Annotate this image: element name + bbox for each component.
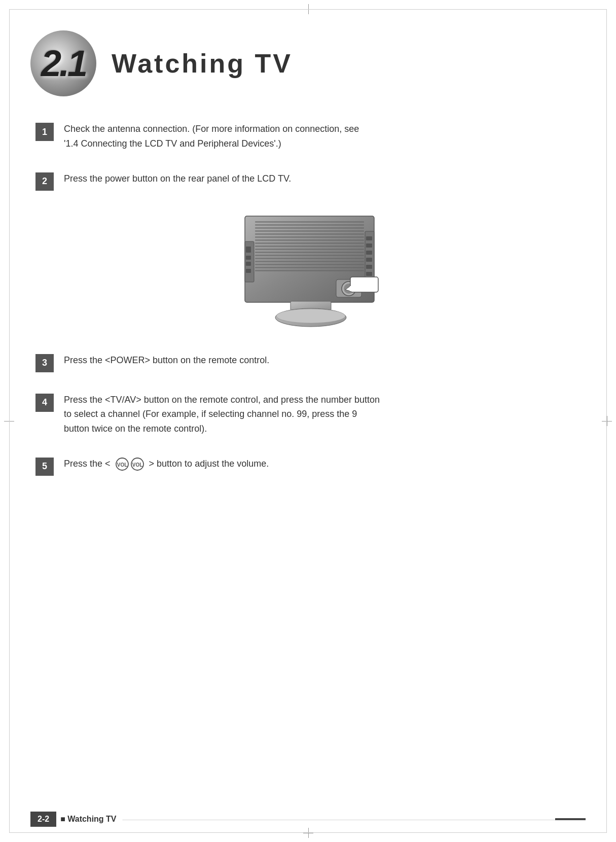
svg-rect-3 (255, 227, 364, 229)
step-2: 2 Press the power button on the rear pan… (35, 171, 586, 191)
footer: 2-2 ■ Watching TV (30, 812, 586, 827)
step-badge-3: 3 (35, 354, 54, 372)
svg-rect-22 (246, 269, 251, 273)
svg-rect-1 (255, 221, 364, 223)
footer-dots (123, 820, 555, 820)
volume-icons: VOL VOL (115, 457, 144, 471)
chapter-title: Watching TV (112, 48, 293, 79)
vol-down-icon: VOL (115, 457, 129, 471)
steps-container: 1 Check the antenna connection. (For mor… (30, 122, 586, 476)
svg-rect-16 (255, 267, 364, 268)
tv-illustration (230, 211, 392, 333)
step-badge-5: 5 (35, 458, 54, 476)
step-4: 4 Press the <TV/AV> button on the remote… (35, 393, 586, 436)
chapter-number: 2.1 (41, 43, 86, 84)
svg-rect-5 (255, 233, 364, 235)
svg-rect-12 (255, 255, 364, 256)
content-area: 2.1 Watching TV 1 Check the antenna conn… (30, 20, 586, 812)
step-1: 1 Check the antenna connection. (For mor… (35, 122, 586, 151)
step-text-4: Press the <TV/AV> button on the remote c… (64, 393, 586, 436)
svg-rect-33 (350, 277, 378, 292)
svg-rect-4 (255, 230, 364, 232)
footer-line (555, 818, 586, 820)
svg-rect-20 (246, 256, 251, 260)
svg-point-38 (276, 309, 345, 323)
step-3: 3 Press the <POWER> button on the remote… (35, 353, 586, 372)
header-section: 2.1 Watching TV (30, 20, 586, 96)
footer-text: ■ Watching TV (60, 815, 116, 824)
step-text-5: Press the < VOL VOL > button to adjust t… (64, 457, 586, 471)
step-text-2: Press the power button on the rear panel… (64, 171, 586, 186)
step-5: 5 Press the < VOL VOL > button to adjust… (35, 457, 586, 476)
step-badge-1: 1 (35, 123, 54, 141)
svg-rect-24 (366, 236, 372, 240)
svg-rect-8 (255, 242, 364, 244)
svg-rect-19 (246, 247, 251, 253)
step-badge-2: 2 (35, 172, 54, 191)
step-badge-4: 4 (35, 394, 54, 412)
tv-image-section (35, 211, 586, 333)
svg-rect-13 (255, 258, 364, 259)
svg-rect-6 (255, 236, 364, 238)
vol-up-icon: VOL (130, 457, 144, 471)
svg-text:VOL: VOL (117, 462, 127, 468)
svg-rect-17 (255, 270, 364, 271)
svg-rect-7 (255, 239, 364, 241)
chapter-badge: 2.1 (30, 30, 96, 96)
svg-rect-29 (366, 272, 372, 276)
svg-rect-28 (366, 265, 372, 269)
badge-circle: 2.1 (30, 30, 96, 96)
svg-rect-11 (255, 252, 364, 253)
svg-rect-26 (366, 251, 372, 255)
step-text-3: Press the <POWER> button on the remote c… (64, 353, 586, 368)
svg-rect-2 (255, 224, 364, 226)
svg-rect-14 (255, 261, 364, 262)
footer-section-label: 2-2 (30, 812, 56, 827)
svg-text:VOL: VOL (132, 462, 142, 468)
step-text-1: Check the antenna connection. (For more … (64, 122, 586, 151)
svg-rect-10 (255, 249, 364, 250)
svg-rect-25 (366, 243, 372, 248)
svg-rect-27 (366, 258, 372, 262)
svg-rect-9 (255, 245, 364, 247)
svg-rect-15 (255, 264, 364, 265)
svg-rect-21 (246, 262, 251, 266)
